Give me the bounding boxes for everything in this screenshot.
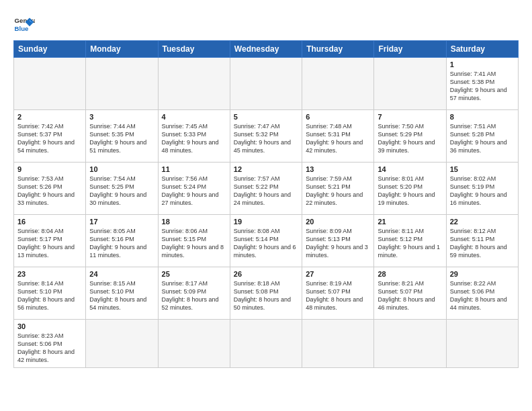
day-number: 26: [234, 270, 298, 278]
day-number: 29: [450, 270, 515, 278]
weekday-header-saturday: Saturday: [446, 41, 518, 58]
day-number: 27: [306, 270, 370, 278]
calendar-cell: 27Sunrise: 8:19 AMSunset: 5:07 PMDayligh…: [302, 267, 374, 320]
calendar-cell: 25Sunrise: 8:17 AMSunset: 5:09 PMDayligh…: [158, 267, 230, 320]
day-number: 22: [450, 218, 515, 226]
calendar-cell: 1Sunrise: 7:41 AMSunset: 5:38 PMDaylight…: [446, 58, 518, 110]
calendar-cell: [86, 58, 158, 110]
day-number: 4: [162, 113, 226, 121]
calendar-cell: [14, 58, 86, 110]
header: General Blue: [13, 11, 519, 35]
calendar-cell: 10Sunrise: 7:54 AMSunset: 5:25 PMDayligh…: [86, 163, 158, 215]
day-number: 12: [234, 165, 298, 173]
calendar-cell: [374, 58, 446, 110]
day-info: Sunrise: 7:48 AMSunset: 5:31 PMDaylight:…: [306, 122, 370, 155]
calendar-cell: [446, 320, 518, 368]
day-info: Sunrise: 8:09 AMSunset: 5:13 PMDaylight:…: [306, 227, 370, 260]
day-number: 25: [162, 270, 226, 278]
day-number: 21: [378, 218, 442, 226]
calendar-cell: 14Sunrise: 8:01 AMSunset: 5:20 PMDayligh…: [374, 163, 446, 215]
day-number: 14: [378, 165, 442, 173]
logo: General Blue: [13, 13, 35, 35]
day-info: Sunrise: 8:05 AMSunset: 5:16 PMDaylight:…: [89, 227, 154, 260]
day-info: Sunrise: 8:19 AMSunset: 5:07 PMDaylight:…: [306, 279, 370, 312]
calendar-cell: [374, 320, 446, 368]
calendar-table: SundayMondayTuesdayWednesdayThursdayFrid…: [13, 40, 519, 368]
calendar-cell: 29Sunrise: 8:22 AMSunset: 5:06 PMDayligh…: [446, 267, 518, 320]
day-number: 23: [17, 270, 82, 278]
calendar-cell: 13Sunrise: 7:59 AMSunset: 5:21 PMDayligh…: [302, 163, 374, 215]
calendar-cell: 4Sunrise: 7:45 AMSunset: 5:33 PMDaylight…: [158, 110, 230, 163]
calendar-week-row: 1Sunrise: 7:41 AMSunset: 5:38 PMDaylight…: [14, 58, 519, 110]
day-number: 15: [450, 165, 515, 173]
day-info: Sunrise: 7:41 AMSunset: 5:38 PMDaylight:…: [450, 70, 515, 103]
day-info: Sunrise: 8:08 AMSunset: 5:14 PMDaylight:…: [234, 227, 298, 260]
day-number: 1: [450, 60, 515, 68]
day-info: Sunrise: 8:15 AMSunset: 5:10 PMDaylight:…: [89, 279, 154, 312]
day-info: Sunrise: 8:11 AMSunset: 5:12 PMDaylight:…: [378, 227, 442, 260]
calendar-cell: 5Sunrise: 7:47 AMSunset: 5:32 PMDaylight…: [230, 110, 302, 163]
day-info: Sunrise: 7:51 AMSunset: 5:28 PMDaylight:…: [450, 122, 515, 155]
day-info: Sunrise: 8:14 AMSunset: 5:10 PMDaylight:…: [17, 279, 82, 312]
day-info: Sunrise: 8:23 AMSunset: 5:06 PMDaylight:…: [17, 332, 82, 365]
calendar-cell: 2Sunrise: 7:42 AMSunset: 5:37 PMDaylight…: [14, 110, 86, 163]
calendar-cell: 11Sunrise: 7:56 AMSunset: 5:24 PMDayligh…: [158, 163, 230, 215]
calendar-cell: [302, 58, 374, 110]
weekday-header-thursday: Thursday: [302, 41, 374, 58]
calendar-week-row: 30Sunrise: 8:23 AMSunset: 5:06 PMDayligh…: [14, 320, 519, 368]
day-number: 11: [162, 165, 226, 173]
weekday-header-monday: Monday: [86, 41, 158, 58]
weekday-header-sunday: Sunday: [14, 41, 86, 58]
calendar-cell: [230, 58, 302, 110]
day-info: Sunrise: 7:54 AMSunset: 5:25 PMDaylight:…: [89, 175, 154, 208]
day-info: Sunrise: 8:12 AMSunset: 5:11 PMDaylight:…: [450, 227, 515, 260]
day-number: 20: [306, 218, 370, 226]
calendar-cell: [158, 320, 230, 368]
calendar-cell: 7Sunrise: 7:50 AMSunset: 5:29 PMDaylight…: [374, 110, 446, 163]
day-info: Sunrise: 8:01 AMSunset: 5:20 PMDaylight:…: [378, 175, 442, 208]
day-number: 16: [17, 218, 82, 226]
day-info: Sunrise: 8:02 AMSunset: 5:19 PMDaylight:…: [450, 175, 515, 208]
calendar-week-row: 16Sunrise: 8:04 AMSunset: 5:17 PMDayligh…: [14, 215, 519, 267]
day-number: 30: [17, 322, 82, 330]
calendar-cell: 24Sunrise: 8:15 AMSunset: 5:10 PMDayligh…: [86, 267, 158, 320]
calendar-cell: 20Sunrise: 8:09 AMSunset: 5:13 PMDayligh…: [302, 215, 374, 267]
calendar-cell: 15Sunrise: 8:02 AMSunset: 5:19 PMDayligh…: [446, 163, 518, 215]
day-number: 28: [378, 270, 442, 278]
day-number: 17: [89, 218, 154, 226]
day-info: Sunrise: 7:53 AMSunset: 5:26 PMDaylight:…: [17, 175, 82, 208]
calendar-cell: [302, 320, 374, 368]
day-info: Sunrise: 7:47 AMSunset: 5:32 PMDaylight:…: [234, 122, 298, 155]
calendar-cell: 22Sunrise: 8:12 AMSunset: 5:11 PMDayligh…: [446, 215, 518, 267]
calendar-cell: 18Sunrise: 8:06 AMSunset: 5:15 PMDayligh…: [158, 215, 230, 267]
calendar-cell: [158, 58, 230, 110]
day-info: Sunrise: 7:44 AMSunset: 5:35 PMDaylight:…: [89, 122, 154, 155]
day-info: Sunrise: 7:45 AMSunset: 5:33 PMDaylight:…: [162, 122, 226, 155]
day-number: 10: [89, 165, 154, 173]
svg-text:Blue: Blue: [15, 25, 29, 32]
weekday-header-row: SundayMondayTuesdayWednesdayThursdayFrid…: [14, 41, 519, 58]
day-info: Sunrise: 7:57 AMSunset: 5:22 PMDaylight:…: [234, 175, 298, 208]
calendar-cell: 6Sunrise: 7:48 AMSunset: 5:31 PMDaylight…: [302, 110, 374, 163]
day-number: 3: [89, 113, 154, 121]
calendar-cell: 12Sunrise: 7:57 AMSunset: 5:22 PMDayligh…: [230, 163, 302, 215]
calendar-week-row: 23Sunrise: 8:14 AMSunset: 5:10 PMDayligh…: [14, 267, 519, 320]
calendar-week-row: 2Sunrise: 7:42 AMSunset: 5:37 PMDaylight…: [14, 110, 519, 163]
day-number: 18: [162, 218, 226, 226]
day-number: 6: [306, 113, 370, 121]
day-number: 2: [17, 113, 82, 121]
page: General Blue SundayMondayTuesdayWednesda…: [0, 0, 532, 375]
calendar-cell: [86, 320, 158, 368]
day-info: Sunrise: 7:59 AMSunset: 5:21 PMDaylight:…: [306, 175, 370, 208]
day-info: Sunrise: 8:21 AMSunset: 5:07 PMDaylight:…: [378, 279, 442, 312]
day-number: 5: [234, 113, 298, 121]
calendar-cell: 16Sunrise: 8:04 AMSunset: 5:17 PMDayligh…: [14, 215, 86, 267]
day-info: Sunrise: 8:17 AMSunset: 5:09 PMDaylight:…: [162, 279, 226, 312]
calendar-week-row: 9Sunrise: 7:53 AMSunset: 5:26 PMDaylight…: [14, 163, 519, 215]
day-number: 7: [378, 113, 442, 121]
calendar-cell: 23Sunrise: 8:14 AMSunset: 5:10 PMDayligh…: [14, 267, 86, 320]
day-number: 13: [306, 165, 370, 173]
calendar-cell: 21Sunrise: 8:11 AMSunset: 5:12 PMDayligh…: [374, 215, 446, 267]
calendar-cell: 26Sunrise: 8:18 AMSunset: 5:08 PMDayligh…: [230, 267, 302, 320]
day-info: Sunrise: 8:18 AMSunset: 5:08 PMDaylight:…: [234, 279, 298, 312]
